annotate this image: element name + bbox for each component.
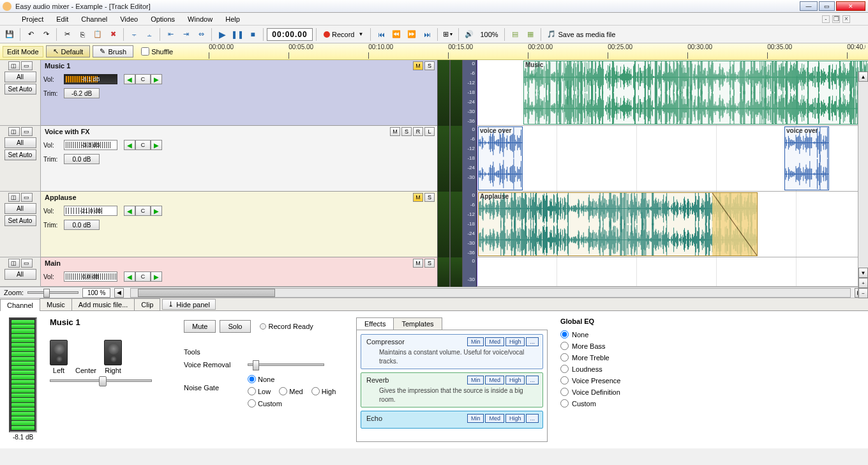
trim-field[interactable]: 0.0 dB [64,220,100,230]
tab-channel[interactable]: Channel [0,299,40,311]
solo-button[interactable]: S [424,259,435,268]
effect-echo[interactable]: MinMedHigh... Echo [361,411,543,429]
waveform-area-main[interactable] [477,257,868,287]
solo-button[interactable]: Solo [220,320,250,333]
center-button[interactable]: C [135,140,151,150]
menu-window[interactable]: Window [181,14,219,24]
mute-button[interactable]: M [413,259,423,268]
skip-end-icon[interactable]: ⏭ [420,27,434,42]
center-button[interactable]: C [135,206,151,216]
fade-out-handle[interactable] [712,193,757,255]
redo-icon[interactable]: ↷ [39,27,53,42]
noise-gate-low[interactable]: Low [248,387,271,395]
eq-more-treble[interactable]: More Treble [560,353,620,362]
noise-gate-high[interactable]: High [311,387,336,395]
solo-button[interactable]: S [424,193,435,202]
mode-default-button[interactable]: ↖Default [46,45,91,57]
preset-more[interactable]: ... [526,337,539,346]
copy-icon[interactable]: ⎘ [75,27,89,42]
center-button[interactable]: C [135,271,151,282]
mdi-restore-icon[interactable]: ❐ [832,15,840,23]
tab-clip[interactable]: Clip [134,298,160,310]
effects-list[interactable]: MinMedHigh... Compressor Maintains a con… [356,330,548,442]
undo-icon[interactable]: ↶ [24,27,38,42]
volume-field[interactable]: -21.0 dB [64,206,117,216]
clip-voice-1[interactable]: voice over [478,126,523,190]
expand-icon[interactable]: ◫ [8,127,20,136]
waveform-area-music[interactable]: Music [477,60,868,126]
next-clip-icon[interactable]: ▶ [151,74,162,84]
mute-button[interactable]: M [390,127,400,136]
expand-icon[interactable]: ◫ [8,259,20,268]
mode-brush-button[interactable]: ✎Brush [93,45,133,57]
layout2-icon[interactable]: ▦ [523,27,537,42]
menu-project[interactable]: Project [15,14,50,24]
track-header-music[interactable]: Music 1 MS Vol: -8.1 dB ◀C▶ Trim:-6.2 dB [41,60,437,126]
forward-icon[interactable]: ⏩ [405,27,419,42]
collapse-icon[interactable]: ▭ [21,61,33,70]
mdi-minimize-icon[interactable]: - [822,15,830,23]
volume-field[interactable]: -8.1 dB [64,74,117,84]
speaker-icon[interactable]: 🔊 [462,27,476,42]
clip-applause[interactable]: Applause [478,192,758,256]
preset-more[interactable]: ... [526,376,539,385]
trim-field[interactable]: -6.2 dB [64,88,100,98]
preset-min[interactable]: Min [467,376,484,385]
split-icon[interactable]: ⫟ [127,27,141,42]
hide-panel-button[interactable]: ⤓Hide panel [162,299,216,310]
menu-video[interactable]: Video [114,14,144,24]
voice-removal-slider[interactable] [248,363,324,366]
eq-more-bass[interactable]: More Bass [560,342,620,350]
cut-icon[interactable]: ✂ [60,27,74,42]
mute-button[interactable]: Mute [184,320,216,333]
scroll-left-icon[interactable]: ◀ [114,288,124,298]
eq-voice-definition[interactable]: Voice Definition [560,388,620,396]
select-all-button[interactable]: All [4,137,36,148]
record-ready-toggle[interactable]: Record Ready [260,320,313,333]
paste-icon[interactable]: 📋 [91,27,105,42]
stop-icon[interactable]: ■ [246,27,260,42]
vertical-scrollbar[interactable]: ▲ ▼ + − [858,72,868,298]
skip-start-icon[interactable]: ⏮ [374,27,388,42]
noise-gate-custom[interactable]: Custom [248,399,282,408]
trim-end-icon[interactable]: ⇥ [179,27,193,42]
noise-gate-none[interactable]: None [248,375,274,383]
zoom-value[interactable]: 100 % [82,288,110,298]
expand-icon[interactable]: ◫ [8,193,20,202]
next-clip-icon[interactable]: ▶ [151,206,162,216]
layout1-icon[interactable]: ▤ [508,27,522,42]
preset-med[interactable]: Med [485,376,504,385]
eq-custom[interactable]: Custom [560,399,620,408]
rec-button[interactable]: R [413,127,423,136]
prev-clip-icon[interactable]: ◀ [124,74,135,84]
set-auto-button[interactable]: Set Auto [4,215,36,226]
scroll-up-icon[interactable]: ▲ [858,72,868,82]
trim-start-icon[interactable]: ⇤ [163,27,177,42]
rewind-icon[interactable]: ⏪ [389,27,403,42]
zoom-slider[interactable] [27,291,79,294]
clip-music[interactable]: Music [523,61,868,125]
record-button[interactable]: Record▼ [320,28,367,41]
eq-none[interactable]: None [560,330,620,339]
trim-field[interactable]: 0.0 dB [64,154,100,164]
select-all-button[interactable]: All [4,72,36,82]
solo-button[interactable]: S [424,61,435,70]
preset-high[interactable]: High [505,376,525,385]
preset-more[interactable]: ... [526,414,539,423]
eq-voice-presence[interactable]: Voice Presence [560,376,620,385]
preset-min[interactable]: Min [467,414,484,423]
select-all-button[interactable]: All [4,269,36,280]
grid-icon[interactable]: ⊞▼ [441,27,455,42]
tab-effects[interactable]: Effects [356,317,394,330]
play-icon[interactable]: ▶ [215,27,229,42]
close-button[interactable]: ✕ [836,1,865,11]
loop-button[interactable]: L [424,127,435,136]
save-media-button[interactable]: 🎵Save as media file [544,28,618,41]
collapse-icon[interactable]: ▭ [21,193,33,202]
trim-icon[interactable]: ⇔ [194,27,208,42]
preset-med[interactable]: Med [485,337,504,346]
menu-options[interactable]: Options [144,14,181,24]
timeline-ruler[interactable]: 00:00.00 00:05.00 00:10.00 00:15.00 00:2… [209,43,865,59]
waveform-area-voice[interactable]: voice over voice over [477,126,868,192]
prev-clip-icon[interactable]: ◀ [124,140,135,150]
